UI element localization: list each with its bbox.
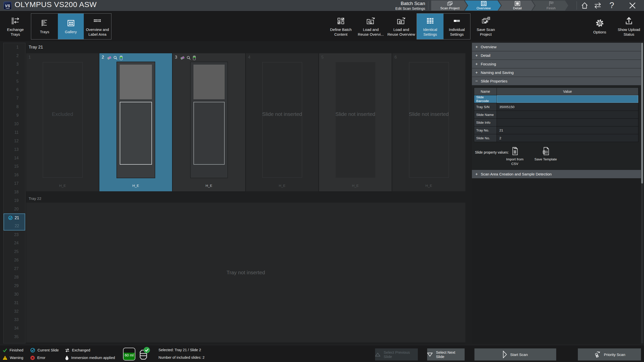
tray-list-item-30[interactable]: 30	[4, 290, 25, 299]
tray-list-item-34[interactable]: 34	[4, 324, 25, 333]
tray-list-item-11[interactable]: 11	[4, 128, 25, 137]
triangle-up-icon	[375, 352, 380, 357]
table-header-row: Name Value	[474, 88, 638, 95]
tray-list-item-12[interactable]: 12	[4, 137, 25, 145]
property-value-field[interactable]	[497, 111, 638, 118]
switch-task-button[interactable]	[592, 0, 604, 11]
expand-icon: +	[475, 44, 478, 50]
overview-label-area-button[interactable]: Overview andLabel Area	[84, 14, 111, 39]
section-scan-area-creation[interactable]: + Scan Area Creation and Sample Detectio…	[472, 170, 641, 178]
start-scan-button[interactable]: Start Scan	[474, 348, 556, 360]
tray-list-item-7[interactable]: 7	[4, 94, 25, 103]
tray-list-item-27[interactable]: 27	[4, 264, 25, 273]
property-value-field[interactable]: 2	[497, 134, 638, 142]
workflow-steps: Scan Project Overview Detail	[431, 1, 568, 11]
slide-cell-6[interactable]: 6 Slide not inserted H_E	[392, 53, 465, 191]
tray-list-item-10[interactable]: 10	[4, 120, 25, 128]
slide-cell-1[interactable]: 1 Excluded H_E	[26, 53, 99, 191]
section-focusing[interactable]: + Focusing	[472, 60, 641, 68]
stain-label: H_E	[26, 184, 99, 188]
tray-list-item-28[interactable]: 28	[4, 273, 25, 282]
tray-list-item-6[interactable]: 6	[4, 85, 25, 94]
step-detail[interactable]: Detail	[499, 1, 535, 11]
section-overview[interactable]: + Overview	[472, 43, 641, 51]
tray-list-item-22[interactable]: 22	[4, 222, 25, 231]
tray-list-item-21[interactable]: 21	[4, 213, 25, 222]
overview-grid-icon	[481, 1, 487, 6]
slide-outline	[409, 62, 449, 178]
home-icon	[581, 2, 589, 10]
tray-list-item-25[interactable]: 25	[4, 247, 25, 256]
tray-list-item-32[interactable]: 32	[4, 307, 25, 316]
property-value-field[interactable]: 35005150	[497, 103, 638, 111]
slide-number: 1	[28, 55, 31, 60]
gear-icon	[595, 18, 605, 28]
gallery-view-button[interactable]: Gallery	[58, 14, 84, 39]
tray-list-item-20[interactable]: 20	[4, 205, 25, 213]
select-previous-slide-button[interactable]: Select Previous Slide	[375, 348, 418, 360]
tray-list-item-24[interactable]: 24	[4, 239, 25, 247]
slide-cell-3[interactable]: 3 H_E	[173, 53, 246, 191]
tray-list-item-31[interactable]: 31	[4, 299, 25, 307]
tray-list-item-13[interactable]: 13	[4, 145, 25, 154]
slide-cell-2[interactable]: 2 H_E	[99, 53, 173, 191]
tray-list-item-33[interactable]: 33	[4, 316, 25, 324]
slide-outline	[336, 62, 375, 178]
property-value-field[interactable]	[497, 119, 638, 126]
magnifier-icon[interactable]	[113, 56, 117, 60]
tray-list-item-16[interactable]: 16	[4, 171, 25, 179]
property-value-field[interactable]: 21	[497, 126, 638, 134]
scrollbar-thumb[interactable]	[641, 43, 643, 184]
select-next-slide-button[interactable]: Select Next Slide	[427, 348, 465, 360]
save-template-icon	[541, 146, 550, 156]
tray-list-item-2[interactable]: 2	[4, 52, 25, 60]
section-naming-saving[interactable]: + Naming and Saving	[472, 68, 641, 77]
panel-scrollbar[interactable]	[641, 43, 643, 343]
step-scan-project[interactable]: Scan Project	[431, 1, 467, 11]
load-reuse-overview-icon	[396, 16, 406, 26]
tray-number: 25	[14, 249, 19, 254]
individual-settings-button[interactable]: IndividualSettings	[444, 14, 470, 39]
tray-list-item-9[interactable]: 9	[4, 111, 25, 120]
property-value-field[interactable]	[497, 95, 638, 103]
options-button[interactable]: Options	[589, 13, 610, 39]
button-label: Save Template	[534, 157, 557, 162]
tray-list-item-26[interactable]: 26	[4, 256, 25, 264]
step-overview[interactable]: Overview	[465, 1, 501, 11]
home-button[interactable]	[579, 0, 591, 11]
tray-list-item-14[interactable]: 14	[4, 154, 25, 162]
help-button[interactable]: ?	[606, 0, 618, 11]
trays-view-button[interactable]: Trays	[31, 14, 58, 39]
magnifier-icon[interactable]	[187, 56, 191, 60]
load-reuse-overview-button[interactable]: Load andReuse Overview	[386, 13, 416, 39]
section-detail[interactable]: + Detail	[472, 51, 641, 60]
define-batch-content-button[interactable]: Define BatchContent	[326, 13, 356, 39]
save-scan-project-button[interactable]: Save ScanProject	[472, 13, 500, 39]
tray-number: 15	[14, 164, 19, 169]
tray-list-item-4[interactable]: 4	[4, 69, 25, 77]
tray-list-item-23[interactable]: 23	[4, 231, 25, 239]
exchange-trays-button[interactable]: Exchange Trays	[2, 13, 29, 39]
tray-list-item-35[interactable]: 35	[4, 333, 25, 341]
identical-settings-button[interactable]: IdenticalSettings	[417, 14, 444, 39]
priority-scan-button[interactable]: Priority Scan	[578, 348, 641, 360]
tray-list-item-8[interactable]: 8	[4, 103, 25, 111]
save-template-button[interactable]: Save Template	[532, 146, 559, 162]
tray-list-item-3[interactable]: 3	[4, 60, 25, 69]
import-from-csv-button[interactable]: Import fromCSV	[502, 146, 528, 166]
show-upload-status-button[interactable]: Show UploadStatus	[615, 13, 642, 39]
tray-list-item-18[interactable]: 18	[4, 188, 25, 196]
tray-list-item-17[interactable]: 17	[4, 179, 25, 188]
load-reuse-overviews-button[interactable]: Load andReuse Overvi...	[356, 13, 385, 39]
tray-list-item-29[interactable]: 29	[4, 282, 25, 290]
view-button-group: Trays Gallery Overview andLabel Area	[31, 13, 111, 39]
section-slide-properties[interactable]: − Slide Properties	[472, 77, 641, 85]
slide-cell-4[interactable]: 4 Slide not inserted H_E	[246, 53, 319, 191]
tray-list-item-5[interactable]: 5	[4, 77, 25, 86]
exchange-trays-icon	[10, 16, 20, 26]
tray-list-item-15[interactable]: 15	[4, 162, 25, 171]
slide-cell-5[interactable]: 5 Slide not inserted H_E	[319, 53, 392, 191]
tray-list-item-1[interactable]: 1	[4, 43, 25, 52]
close-button[interactable]	[625, 0, 639, 11]
tray-list-item-19[interactable]: 19	[4, 196, 25, 205]
